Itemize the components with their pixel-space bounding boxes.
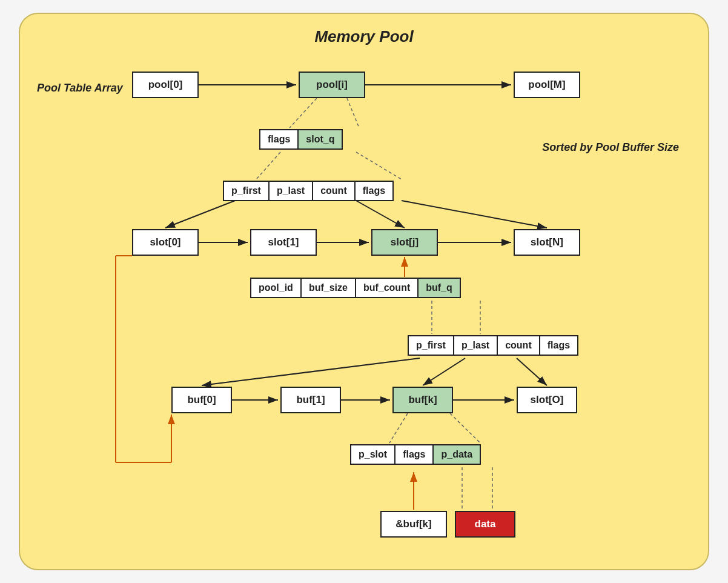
- sorted-label: Sorted by Pool Buffer Size: [542, 141, 679, 154]
- box-slotO: slot[O]: [517, 387, 577, 413]
- row-pfirst-bot: p_first p_last count flags: [408, 335, 578, 356]
- svg-line-10: [402, 201, 547, 228]
- cell-count-t: count: [313, 182, 356, 200]
- cell-count-b: count: [498, 336, 540, 355]
- svg-line-23: [389, 413, 408, 443]
- cell-flags-t: flags: [356, 182, 392, 200]
- cell-flags: flags: [260, 130, 299, 148]
- svg-line-7: [356, 152, 402, 179]
- row-pslot: p_slot flags p_data: [350, 444, 481, 465]
- cell-pfirst-b: p_first: [409, 336, 454, 355]
- svg-line-5: [347, 98, 359, 128]
- cell-bufq: buf_q: [419, 279, 460, 297]
- title: Memory Pool: [314, 27, 413, 46]
- svg-line-19: [517, 358, 547, 385]
- box-buf0: buf[0]: [171, 387, 232, 413]
- svg-line-9: [356, 201, 405, 228]
- box-data: data: [455, 511, 515, 538]
- svg-line-24: [450, 413, 480, 443]
- row-flags-slotq: flags slot_q: [259, 129, 343, 150]
- cell-flags-b: flags: [540, 336, 577, 355]
- box-pooli: pool[i]: [299, 72, 365, 98]
- box-slotN: slot[N]: [514, 229, 580, 256]
- cell-slotq: slot_q: [299, 130, 342, 148]
- box-bufk: buf[k]: [392, 387, 453, 413]
- box-slotj: slot[j]: [371, 229, 438, 256]
- svg-line-18: [423, 358, 465, 385]
- svg-line-8: [165, 201, 235, 228]
- svg-line-4: [290, 98, 317, 128]
- cell-poolid: pool_id: [251, 279, 302, 297]
- svg-line-6: [256, 152, 280, 179]
- cell-plast-t: p_last: [270, 182, 313, 200]
- row-poolid: pool_id buf_size buf_count buf_q: [250, 278, 461, 298]
- outer-container: Memory Pool Pool Table Array Sorted by P…: [19, 13, 709, 570]
- box-poolM: pool[M]: [514, 72, 580, 98]
- cell-pslot: p_slot: [351, 445, 395, 464]
- cell-bufsize: buf_size: [302, 279, 356, 297]
- cell-bufcount: buf_count: [356, 279, 419, 297]
- row-pfirst-top: p_first p_last count flags: [223, 181, 394, 201]
- box-pool0: pool[0]: [132, 72, 199, 98]
- box-abufk: &buf[k]: [380, 511, 447, 538]
- cell-plast-b: p_last: [454, 336, 498, 355]
- cell-pfirst-t: p_first: [224, 182, 270, 200]
- box-buf1: buf[1]: [280, 387, 341, 413]
- cell-pdata: p_data: [434, 445, 480, 464]
- pool-table-label: Pool Table Array: [37, 82, 123, 95]
- box-slot0: slot[0]: [132, 229, 199, 256]
- cell-flags2: flags: [395, 445, 434, 464]
- box-slot1: slot[1]: [250, 229, 317, 256]
- svg-line-17: [202, 358, 420, 385]
